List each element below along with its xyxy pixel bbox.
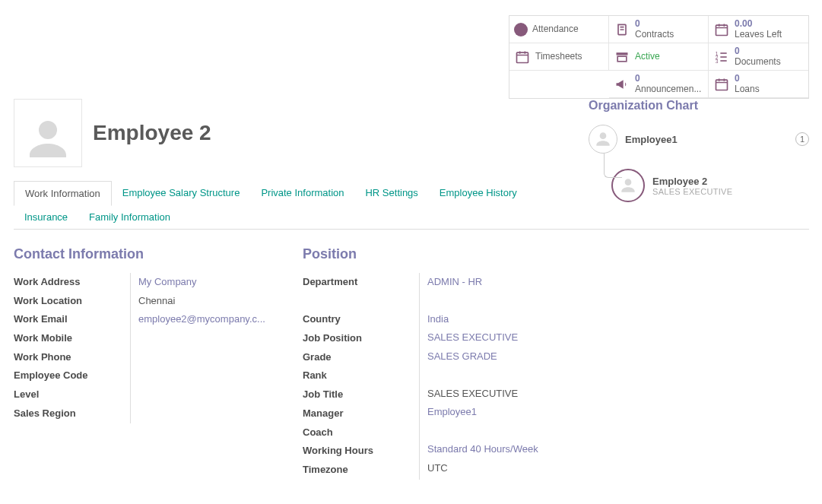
label-working-hours: Working Hours <box>303 442 411 461</box>
org-current-name: Employee 2 <box>652 176 732 187</box>
tab-family-information[interactable]: Family Information <box>78 205 181 229</box>
value-work-address[interactable]: My Company <box>138 273 290 292</box>
tab-hr-settings[interactable]: HR Settings <box>354 181 428 205</box>
label-level: Level <box>14 385 122 404</box>
org-parent-count[interactable]: 1 <box>795 132 809 146</box>
value-work-location: Chennai <box>138 292 290 311</box>
label-work-phone: Work Phone <box>14 348 122 367</box>
org-chart-panel: Organization Chart Employee1 1 Employee … <box>589 99 809 205</box>
label-grade: Grade <box>303 348 411 367</box>
contact-section-title: Contact Information <box>14 246 303 262</box>
label-department: Department <box>303 273 411 292</box>
tab-insurance[interactable]: Insurance <box>14 205 78 229</box>
label-work-address: Work Address <box>14 273 122 292</box>
value-timezone: UTC <box>427 459 579 478</box>
org-chart-title: Organization Chart <box>589 99 809 113</box>
label-work-email: Work Email <box>14 310 122 329</box>
label-manager: Manager <box>303 404 411 423</box>
value-working-hours[interactable]: Standard 40 Hours/Week <box>427 440 579 459</box>
position-section-title: Position <box>303 246 592 262</box>
org-parent-name: Employee1 <box>625 134 678 145</box>
value-spacer <box>427 292 579 310</box>
label-employee-code: Employee Code <box>14 366 122 385</box>
label-rank: Rank <box>303 366 411 385</box>
label-job-position: Job Position <box>303 329 411 348</box>
label-work-mobile: Work Mobile <box>14 329 122 348</box>
tab-private-information[interactable]: Private Information <box>250 181 354 205</box>
label-timezone: Timezone <box>303 461 411 480</box>
org-current-role: SALES EXECUTIVE <box>652 187 732 196</box>
employee-avatar[interactable] <box>14 99 82 167</box>
value-job-title: SALES EXECUTIVE <box>427 385 579 404</box>
label-job-title: Job Title <box>303 385 411 404</box>
value-work-email[interactable]: employee2@mycompany.c... <box>138 310 290 329</box>
tab-work-information[interactable]: Work Information <box>14 181 112 206</box>
value-job-position[interactable]: SALES EXECUTIVE <box>427 328 579 347</box>
avatar-icon <box>589 125 617 154</box>
org-connector-line <box>604 154 622 178</box>
org-parent-node[interactable]: Employee1 1 <box>589 122 809 157</box>
label-spacer <box>303 292 411 311</box>
value-rank <box>427 366 579 385</box>
value-country[interactable]: India <box>427 310 579 329</box>
value-grade[interactable]: SALES GRADE <box>427 347 579 366</box>
label-work-location: Work Location <box>14 292 122 311</box>
org-current-node[interactable]: Employee 2 SALES EXECUTIVE <box>611 166 809 205</box>
label-coach: Coach <box>303 423 411 442</box>
value-manager[interactable]: Employee1 <box>427 403 579 422</box>
employee-name: Employee 2 <box>93 121 211 145</box>
tab-employee-history[interactable]: Employee History <box>429 181 528 205</box>
value-department[interactable]: ADMIN - HR <box>427 273 579 292</box>
label-country: Country <box>303 310 411 329</box>
tab-salary-structure[interactable]: Employee Salary Structure <box>112 181 251 205</box>
label-sales-region: Sales Region <box>14 404 122 423</box>
value-coach <box>427 422 579 440</box>
